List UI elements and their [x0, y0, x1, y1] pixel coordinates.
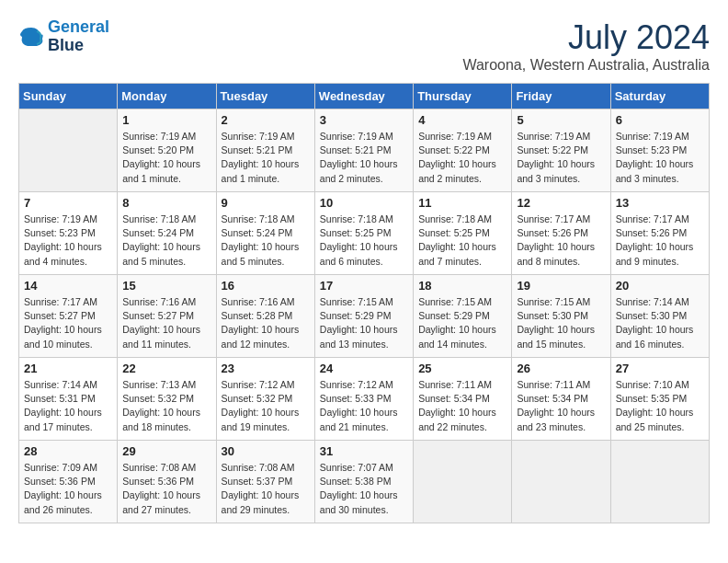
day-number: 10 — [320, 196, 408, 210]
weekday-cell: Saturday — [610, 84, 709, 109]
calendar-day-cell: 10Sunrise: 7:18 AMSunset: 5:25 PMDayligh… — [314, 192, 413, 275]
calendar-day-cell: 7Sunrise: 7:19 AMSunset: 5:23 PMDaylight… — [19, 192, 118, 275]
calendar-day-cell: 22Sunrise: 7:13 AMSunset: 5:32 PMDayligh… — [118, 358, 216, 441]
calendar-day-cell: 2Sunrise: 7:19 AMSunset: 5:21 PMDaylight… — [216, 109, 314, 192]
day-info: Sunrise: 7:08 AMSunset: 5:36 PMDaylight:… — [122, 461, 210, 517]
day-info: Sunrise: 7:12 AMSunset: 5:32 PMDaylight:… — [222, 378, 310, 434]
day-info: Sunrise: 7:18 AMSunset: 5:24 PMDaylight:… — [222, 213, 310, 269]
calendar-day-cell: 18Sunrise: 7:15 AMSunset: 5:29 PMDayligh… — [414, 275, 512, 358]
calendar-day-cell — [610, 441, 709, 523]
weekday-cell: Thursday — [414, 84, 512, 109]
day-info: Sunrise: 7:16 AMSunset: 5:27 PMDaylight:… — [122, 295, 210, 351]
calendar-day-cell: 17Sunrise: 7:15 AMSunset: 5:29 PMDayligh… — [314, 275, 413, 358]
calendar-day-cell: 23Sunrise: 7:12 AMSunset: 5:32 PMDayligh… — [216, 358, 314, 441]
day-info: Sunrise: 7:10 AMSunset: 5:35 PMDaylight:… — [616, 378, 704, 434]
calendar-day-cell — [512, 441, 610, 523]
day-number: 24 — [320, 362, 408, 375]
calendar-day-cell — [19, 109, 118, 192]
calendar-day-cell: 31Sunrise: 7:07 AMSunset: 5:38 PMDayligh… — [314, 441, 413, 523]
calendar-day-cell: 28Sunrise: 7:09 AMSunset: 5:36 PMDayligh… — [19, 441, 118, 523]
calendar-body: 1Sunrise: 7:19 AMSunset: 5:20 PMDaylight… — [19, 109, 710, 523]
day-number: 11 — [418, 196, 506, 210]
calendar-day-cell: 3Sunrise: 7:19 AMSunset: 5:21 PMDaylight… — [314, 109, 413, 192]
day-info: Sunrise: 7:19 AMSunset: 5:23 PMDaylight:… — [616, 130, 704, 186]
page-header: General Blue July 2024 Waroona, Western … — [18, 18, 710, 74]
calendar-day-cell: 25Sunrise: 7:11 AMSunset: 5:34 PMDayligh… — [414, 358, 512, 441]
day-number: 2 — [222, 113, 310, 127]
day-number: 23 — [222, 362, 310, 375]
day-number: 6 — [616, 113, 704, 127]
calendar-day-cell: 24Sunrise: 7:12 AMSunset: 5:33 PMDayligh… — [314, 358, 413, 441]
calendar-day-cell: 5Sunrise: 7:19 AMSunset: 5:22 PMDaylight… — [512, 109, 610, 192]
calendar-day-cell: 16Sunrise: 7:16 AMSunset: 5:28 PMDayligh… — [216, 275, 314, 358]
calendar-week-row: 14Sunrise: 7:17 AMSunset: 5:27 PMDayligh… — [19, 275, 710, 358]
calendar-day-cell: 21Sunrise: 7:14 AMSunset: 5:31 PMDayligh… — [19, 358, 118, 441]
day-number: 15 — [122, 279, 210, 293]
day-number: 4 — [418, 113, 506, 127]
calendar-week-row: 7Sunrise: 7:19 AMSunset: 5:23 PMDaylight… — [19, 192, 710, 275]
calendar-day-cell: 15Sunrise: 7:16 AMSunset: 5:27 PMDayligh… — [118, 275, 216, 358]
day-info: Sunrise: 7:15 AMSunset: 5:29 PMDaylight:… — [320, 295, 408, 351]
day-number: 1 — [122, 113, 210, 127]
day-info: Sunrise: 7:19 AMSunset: 5:22 PMDaylight:… — [517, 130, 605, 186]
calendar-day-cell: 12Sunrise: 7:17 AMSunset: 5:26 PMDayligh… — [512, 192, 610, 275]
calendar-week-row: 1Sunrise: 7:19 AMSunset: 5:20 PMDaylight… — [19, 109, 710, 192]
calendar-day-cell — [414, 441, 512, 523]
day-number: 7 — [24, 196, 112, 210]
day-info: Sunrise: 7:11 AMSunset: 5:34 PMDaylight:… — [418, 378, 506, 434]
day-number: 9 — [222, 196, 310, 210]
weekday-cell: Monday — [118, 84, 216, 109]
calendar-day-cell: 30Sunrise: 7:08 AMSunset: 5:37 PMDayligh… — [216, 441, 314, 523]
calendar-day-cell: 9Sunrise: 7:18 AMSunset: 5:24 PMDaylight… — [216, 192, 314, 275]
day-info: Sunrise: 7:09 AMSunset: 5:36 PMDaylight:… — [24, 461, 112, 517]
day-info: Sunrise: 7:19 AMSunset: 5:21 PMDaylight:… — [222, 130, 310, 186]
calendar-week-row: 28Sunrise: 7:09 AMSunset: 5:36 PMDayligh… — [19, 441, 710, 523]
location-title: Waroona, Western Australia, Australia — [462, 57, 710, 74]
day-info: Sunrise: 7:18 AMSunset: 5:24 PMDaylight:… — [122, 213, 210, 269]
day-info: Sunrise: 7:13 AMSunset: 5:32 PMDaylight:… — [122, 378, 210, 434]
weekday-cell: Sunday — [19, 84, 118, 109]
day-info: Sunrise: 7:18 AMSunset: 5:25 PMDaylight:… — [418, 213, 506, 269]
logo-icon — [18, 24, 44, 50]
weekday-header-row: SundayMondayTuesdayWednesdayThursdayFrid… — [19, 84, 710, 109]
day-info: Sunrise: 7:17 AMSunset: 5:27 PMDaylight:… — [24, 295, 112, 351]
day-info: Sunrise: 7:08 AMSunset: 5:37 PMDaylight:… — [222, 461, 310, 517]
day-info: Sunrise: 7:07 AMSunset: 5:38 PMDaylight:… — [320, 461, 408, 517]
day-number: 30 — [222, 444, 310, 458]
calendar-day-cell: 13Sunrise: 7:17 AMSunset: 5:26 PMDayligh… — [610, 192, 709, 275]
day-number: 5 — [517, 113, 605, 127]
logo-text: General Blue — [48, 18, 109, 55]
calendar-day-cell: 11Sunrise: 7:18 AMSunset: 5:25 PMDayligh… — [414, 192, 512, 275]
day-info: Sunrise: 7:18 AMSunset: 5:25 PMDaylight:… — [320, 213, 408, 269]
weekday-cell: Friday — [512, 84, 610, 109]
day-info: Sunrise: 7:19 AMSunset: 5:23 PMDaylight:… — [24, 213, 112, 269]
day-info: Sunrise: 7:19 AMSunset: 5:21 PMDaylight:… — [320, 130, 408, 186]
day-info: Sunrise: 7:14 AMSunset: 5:30 PMDaylight:… — [616, 295, 704, 351]
day-number: 22 — [122, 362, 210, 375]
day-number: 18 — [418, 279, 506, 293]
calendar-day-cell: 19Sunrise: 7:15 AMSunset: 5:30 PMDayligh… — [512, 275, 610, 358]
day-number: 14 — [24, 279, 112, 293]
day-number: 29 — [122, 444, 210, 458]
day-info: Sunrise: 7:15 AMSunset: 5:29 PMDaylight:… — [418, 295, 506, 351]
day-number: 21 — [24, 362, 112, 375]
day-number: 3 — [320, 113, 408, 127]
calendar-day-cell: 20Sunrise: 7:14 AMSunset: 5:30 PMDayligh… — [610, 275, 709, 358]
calendar-day-cell: 26Sunrise: 7:11 AMSunset: 5:34 PMDayligh… — [512, 358, 610, 441]
calendar-day-cell: 27Sunrise: 7:10 AMSunset: 5:35 PMDayligh… — [610, 358, 709, 441]
weekday-cell: Tuesday — [216, 84, 314, 109]
day-info: Sunrise: 7:17 AMSunset: 5:26 PMDaylight:… — [616, 213, 704, 269]
day-number: 31 — [320, 444, 408, 458]
day-info: Sunrise: 7:19 AMSunset: 5:20 PMDaylight:… — [122, 130, 210, 186]
calendar-week-row: 21Sunrise: 7:14 AMSunset: 5:31 PMDayligh… — [19, 358, 710, 441]
logo: General Blue — [18, 18, 109, 55]
day-number: 13 — [616, 196, 704, 210]
day-number: 28 — [24, 444, 112, 458]
month-title: July 2024 — [462, 18, 710, 57]
calendar-table: SundayMondayTuesdayWednesdayThursdayFrid… — [18, 83, 710, 523]
day-number: 26 — [517, 362, 605, 375]
day-number: 19 — [517, 279, 605, 293]
day-number: 8 — [122, 196, 210, 210]
calendar-day-cell: 29Sunrise: 7:08 AMSunset: 5:36 PMDayligh… — [118, 441, 216, 523]
calendar-day-cell: 1Sunrise: 7:19 AMSunset: 5:20 PMDaylight… — [118, 109, 216, 192]
